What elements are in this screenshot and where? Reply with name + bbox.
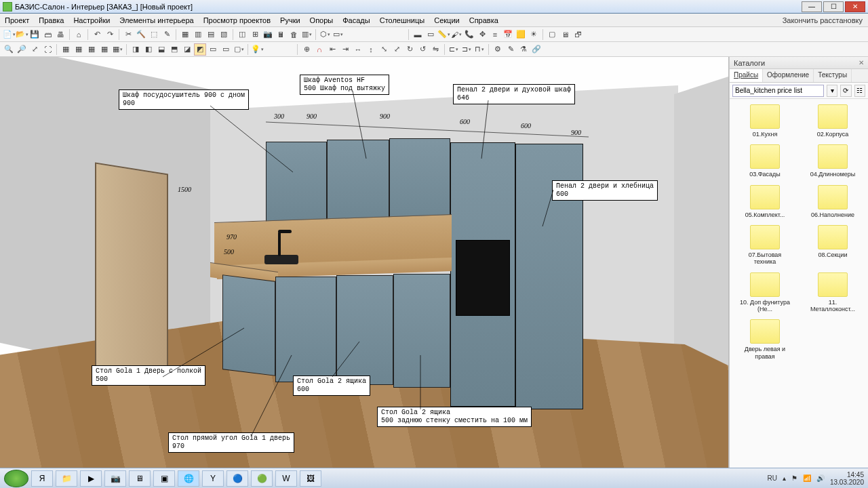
tray-clock[interactable]: 14:45 13.03.2020	[830, 471, 864, 486]
menu-supports[interactable]: Опоры	[305, 16, 338, 24]
menu-facades[interactable]: Фасады	[338, 16, 374, 24]
sun-icon[interactable]: ☀	[528, 28, 540, 41]
grid3-icon[interactable]: ▦	[85, 43, 98, 56]
task-icon[interactable]: W	[275, 470, 297, 487]
rot1-icon[interactable]: ↻	[403, 43, 416, 56]
task-icon[interactable]: Y	[202, 470, 224, 487]
pricelist-dropdown-icon[interactable]: ▾	[827, 85, 837, 97]
3d-viewport[interactable]: 300 900 900 600 600 900 1500 500 970 Шка…	[0, 57, 729, 468]
persp6-icon[interactable]: ◩	[194, 43, 206, 56]
maximize-button[interactable]: ☐	[823, 1, 844, 12]
task-icon[interactable]: 📷	[104, 470, 126, 487]
hammer-icon[interactable]: 🔨	[135, 28, 147, 41]
arrow-r-icon[interactable]: ⇥	[339, 43, 351, 56]
folder-item[interactable]: 07.Бытовая техника	[732, 225, 797, 266]
start-button[interactable]	[4, 470, 28, 487]
menu-interior-elements[interactable]: Элементы интерьера	[115, 16, 198, 24]
dir2-icon[interactable]: ↕	[365, 43, 377, 56]
tool4-icon[interactable]: 🔗	[530, 43, 542, 56]
persp4-icon[interactable]: ⬒	[168, 43, 180, 56]
dir1-icon[interactable]: ↔	[352, 43, 364, 56]
menu-project[interactable]: Проект	[0, 16, 34, 24]
persp3-icon[interactable]: ⬓	[155, 43, 167, 56]
grid5-icon[interactable]: ▦	[111, 43, 123, 56]
tray-net-icon[interactable]: 📶	[803, 474, 811, 482]
grid2-icon[interactable]: ▦	[73, 43, 85, 56]
folder-item[interactable]: 06.Наполнение	[800, 185, 865, 218]
tab-prices[interactable]: Прайсы	[730, 69, 763, 82]
lang-indicator[interactable]: RU	[767, 474, 776, 482]
select-icon[interactable]: ⬚	[148, 28, 160, 41]
tab-textures[interactable]: Текстуры	[814, 69, 852, 82]
move-icon[interactable]: ✥	[476, 28, 488, 41]
save-button[interactable]: 💾	[28, 28, 41, 41]
task-icon[interactable]: Я	[31, 470, 53, 487]
menu-sections[interactable]: Секции	[429, 16, 464, 24]
dir3-icon[interactable]: ⤡	[378, 43, 390, 56]
close-button[interactable]: ✕	[845, 1, 865, 12]
pointer-icon[interactable]: ✎	[161, 28, 173, 41]
folder-item[interactable]: 04.Длинномеры	[800, 144, 865, 178]
grid4-icon[interactable]: ▦	[98, 43, 111, 56]
task-icon[interactable]: 🖼	[300, 470, 321, 487]
box3-icon[interactable]: ▤	[205, 28, 217, 41]
persp8-icon[interactable]: ▭	[220, 43, 232, 56]
trash-icon[interactable]: 🗑	[288, 28, 300, 41]
folder-item[interactable]: 02.Корпуса	[800, 104, 865, 138]
tool2-icon[interactable]: ✎	[505, 43, 517, 56]
task-icon[interactable]: 🖥	[129, 470, 151, 487]
menu-settings[interactable]: Настройки	[68, 16, 115, 24]
window-icon[interactable]: ⊞	[249, 28, 261, 41]
tray-up-icon[interactable]: ▴	[783, 474, 786, 482]
folder-item[interactable]: Дверь левая и правая	[732, 319, 797, 360]
zoom-fit-icon[interactable]: ⤢	[28, 43, 41, 56]
finish-placement-button[interactable]: Закончить расстановку	[777, 16, 868, 24]
tray-flag-icon[interactable]: ⚑	[791, 474, 797, 482]
persp1-icon[interactable]: ◨	[130, 43, 142, 56]
menu-countertops[interactable]: Столешницы	[375, 16, 430, 24]
zoom-out-icon[interactable]: 🔎	[16, 43, 28, 56]
export-icon[interactable]: 🗗	[572, 28, 584, 41]
cube-icon[interactable]: ⬡	[319, 28, 331, 41]
join2-icon[interactable]: ⊐	[460, 43, 473, 56]
task-icon[interactable]: 🔵	[226, 470, 248, 487]
pricelist-refresh-icon[interactable]: ⟳	[840, 85, 851, 97]
align-icon[interactable]: ≡	[489, 28, 501, 41]
tab-design[interactable]: Оформление	[763, 69, 814, 82]
rot2-icon[interactable]: ↺	[416, 43, 429, 56]
persp7-icon[interactable]: ▭	[207, 43, 219, 56]
camera-icon[interactable]: 📷	[262, 28, 274, 41]
cog-icon[interactable]: 🟨	[515, 28, 527, 41]
persp5-icon[interactable]: ◪	[181, 43, 193, 56]
view-icon[interactable]: ▭	[332, 28, 344, 41]
print-button[interactable]: 🖶	[54, 28, 66, 41]
save-all-button[interactable]: 🗃	[41, 28, 54, 41]
menu-view-projects[interactable]: Просмотр проектов	[199, 16, 275, 24]
folder-item[interactable]: 11. Металлоконст...	[800, 272, 865, 313]
menu-edit[interactable]: Правка	[34, 16, 68, 24]
calc-icon[interactable]: 🖩	[275, 28, 287, 41]
task-icon[interactable]: ▣	[153, 470, 175, 487]
menu-handles[interactable]: Ручки	[275, 16, 305, 24]
panel-close-icon[interactable]: ✕	[859, 59, 864, 66]
folder-item[interactable]: 10. Доп фунитура (Не...	[732, 272, 797, 313]
join1-icon[interactable]: ⊏	[448, 43, 460, 56]
flip-icon[interactable]: ⇋	[429, 43, 441, 56]
task-icon[interactable]: 🌐	[178, 470, 199, 487]
pricelist-view-icon[interactable]: ☷	[854, 85, 865, 97]
box4-icon[interactable]: ▧	[218, 28, 230, 41]
folder-item[interactable]: 05.Комплект...	[732, 185, 797, 218]
new-button[interactable]: 📄	[3, 28, 15, 41]
minimize-button[interactable]: —	[802, 1, 822, 12]
tool3-icon[interactable]: ⚗	[517, 43, 530, 56]
panel3-icon[interactable]: ▢	[546, 28, 558, 41]
open-button[interactable]: 📂	[16, 28, 28, 41]
folder-item[interactable]: 03.Фасады	[732, 144, 797, 178]
phone-icon[interactable]: 📞	[463, 28, 475, 41]
zoom-sel-icon[interactable]: ⛶	[41, 43, 54, 56]
paint-icon[interactable]: 🖌	[450, 28, 462, 41]
redo-button[interactable]: ↷	[104, 28, 116, 41]
undo-button[interactable]: ↶	[91, 28, 103, 41]
task-icon[interactable]: ▶	[80, 470, 102, 487]
folder-item[interactable]: 08.Секции	[800, 225, 865, 266]
